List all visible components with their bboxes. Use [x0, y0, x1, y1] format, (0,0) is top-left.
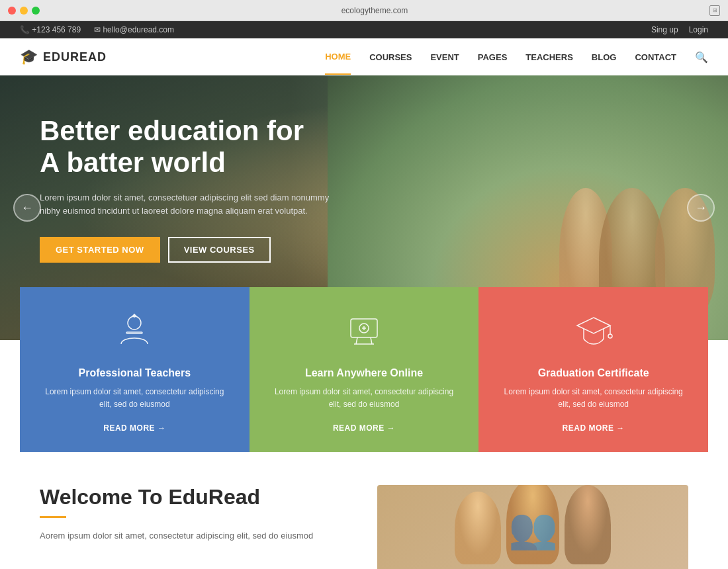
nav-courses[interactable]: COURSES — [369, 40, 412, 74]
welcome-title: Welcome To EduRead — [40, 485, 351, 509]
nav-home[interactable]: HOME — [325, 40, 351, 75]
online-icon — [268, 311, 461, 358]
top-bar-left: 📞 +123 456 789 ✉ hello@eduread.com — [20, 25, 174, 34]
welcome-section: Welcome To EduRead Aorem ipsum dolor sit… — [0, 452, 728, 569]
feature-title-teachers: Professional Teachers — [38, 367, 231, 379]
site-header: 🎓 EDUREAD HOME COURSES EVENT PAGES TEACH… — [0, 38, 728, 75]
feature-desc-online: Lorem ipsum dolor sit amet, consectetur … — [268, 386, 461, 411]
dot-red[interactable] — [8, 7, 16, 15]
phone-number: 📞 +123 456 789 — [20, 25, 81, 34]
feature-desc-graduation: Lorem ipsum dolor sit amet, consectetur … — [497, 386, 690, 411]
feature-link-online[interactable]: READ MORE → — [333, 423, 395, 433]
feature-desc-teachers: Lorem ipsum dolor sit amet, consectetur … — [38, 386, 231, 411]
top-bar-right: Sing up Login — [651, 25, 708, 34]
svg-marker-5 — [577, 318, 610, 333]
logo[interactable]: 🎓 EDUREAD — [20, 48, 107, 66]
nav-blog[interactable]: BLOG — [592, 40, 617, 74]
nav-teachers[interactable]: TEACHERS — [525, 40, 573, 74]
welcome-text: Welcome To EduRead Aorem ipsum dolor sit… — [40, 485, 351, 543]
welcome-image — [377, 485, 688, 569]
feature-card-online: Learn Anywhere Online Lorem ipsum dolor … — [250, 287, 479, 452]
nav-event[interactable]: EVENT — [430, 40, 459, 74]
svg-point-0 — [128, 316, 141, 329]
browser-chrome: ecologytheme.com ⊞ — [0, 0, 728, 21]
hero-title: Better education for A batter world — [40, 115, 371, 179]
feature-card-teachers: Professional Teachers Lorem ipsum dolor … — [20, 287, 250, 452]
logo-text: EDUREAD — [43, 50, 107, 64]
welcome-description: Aorem ipsum dolor sit amet, consectetur … — [40, 529, 351, 543]
logo-icon: 🎓 — [20, 48, 38, 66]
hero-content: Better education for A batter world Lore… — [0, 75, 410, 302]
welcome-divider — [40, 516, 66, 518]
feature-link-teachers[interactable]: READ MORE → — [103, 423, 165, 433]
teachers-icon — [38, 311, 231, 358]
features-section: Professional Teachers Lorem ipsum dolor … — [0, 287, 728, 452]
dot-yellow[interactable] — [20, 7, 28, 15]
email-address: ✉ hello@eduread.com — [94, 25, 174, 34]
svg-rect-1 — [126, 332, 142, 333]
get-started-button[interactable]: GET STARTED NOW — [40, 237, 160, 263]
nav-pages[interactable]: PAGES — [478, 40, 508, 74]
arrow-left-icon: ← — [21, 201, 33, 215]
hero-description: Lorem ipsum dolor sit amet, consectetuer… — [40, 191, 331, 219]
dot-green[interactable] — [32, 7, 40, 15]
feature-link-graduation[interactable]: READ MORE → — [563, 423, 625, 433]
feature-title-online: Learn Anywhere Online — [268, 367, 461, 379]
nav-contact[interactable]: CONTACT — [635, 40, 676, 74]
feature-card-graduation: Graduation Certificate Lorem ipsum dolor… — [478, 287, 708, 452]
browser-dots — [8, 7, 40, 15]
graduation-icon — [497, 311, 690, 358]
main-nav: HOME COURSES EVENT PAGES TEACHERS BLOG C… — [325, 40, 708, 75]
signup-link[interactable]: Sing up — [651, 25, 678, 34]
hero-buttons: GET STARTED NOW VIEW COURSES — [40, 237, 371, 263]
view-courses-button[interactable]: VIEW COURSES — [168, 237, 271, 263]
top-bar: 📞 +123 456 789 ✉ hello@eduread.com Sing … — [0, 21, 728, 38]
prev-slide-button[interactable]: ← — [13, 194, 41, 222]
login-link[interactable]: Login — [689, 25, 708, 34]
browser-url: ecologytheme.com — [40, 6, 709, 15]
feature-title-graduation: Graduation Certificate — [497, 367, 690, 379]
arrow-right-icon: → — [695, 201, 707, 215]
expand-icon[interactable]: ⊞ — [709, 5, 720, 16]
search-icon[interactable]: 🔍 — [695, 51, 708, 64]
next-slide-button[interactable]: → — [687, 194, 715, 222]
